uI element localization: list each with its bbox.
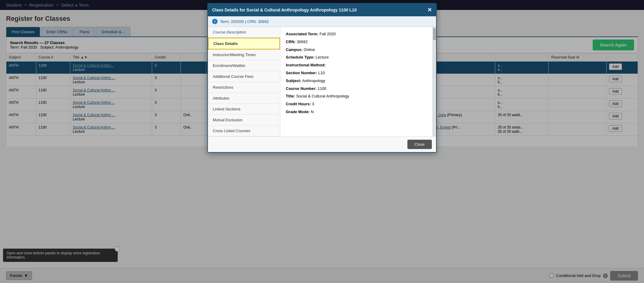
modal-footer: Close — [208, 136, 436, 152]
detail-credit-hours: Credit Hours: 3 — [286, 101, 427, 107]
nav-item-attributes[interactable]: Attributes — [208, 93, 280, 104]
nav-item-course-description[interactable]: Course Description — [208, 27, 280, 38]
detail-course-number: Course Number: 1100 — [286, 86, 427, 92]
nav-item-mutual-exclusion[interactable]: Mutual Exclusion — [208, 115, 280, 126]
modal-nav: Course Description Class Details Instruc… — [208, 27, 280, 136]
nav-item-restrictions[interactable]: Restrictions — [208, 82, 280, 93]
detail-subject: Subject: Anthropology — [286, 78, 427, 84]
detail-instructional-method: Instructional Method: — [286, 62, 427, 68]
nav-item-instructor-meeting[interactable]: Instructor/Meeting Times — [208, 49, 280, 60]
modal-scrollbar[interactable] — [432, 27, 436, 136]
modal-term-bar: i Term: 202030 | CRN: 30692 — [208, 16, 436, 27]
modal-close-button[interactable]: Close — [407, 140, 432, 149]
nav-item-additional-fees[interactable]: Additional Course Fees — [208, 71, 280, 82]
modal-title: Class Details for Social & Cultural Anth… — [212, 8, 357, 12]
modal-close-x-button[interactable]: ✕ — [427, 7, 432, 13]
modal-header: Class Details for Social & Cultural Anth… — [208, 4, 436, 16]
nav-item-class-details[interactable]: Class Details — [208, 38, 280, 49]
modal-overlay: Class Details for Social & Cultural Anth… — [0, 0, 644, 283]
detail-title: Title: Social & Cultural Anthropology — [286, 93, 427, 100]
modal-body: Course Description Class Details Instruc… — [208, 27, 436, 136]
detail-grade-mode: Grade Mode: N — [286, 109, 427, 115]
info-icon: i — [212, 19, 218, 24]
class-details-modal: Class Details for Social & Cultural Anth… — [207, 3, 437, 153]
detail-campus: Campus: Online — [286, 47, 427, 53]
detail-associated-term: Associated Term: Fall 2020 — [286, 31, 427, 37]
detail-crn: CRN: 30692 — [286, 39, 427, 45]
modal-term-label: Term: 202030 | CRN: 30692 — [220, 19, 269, 24]
nav-item-linked-sections[interactable]: Linked Sections — [208, 104, 280, 115]
modal-detail-content: Associated Term: Fall 2020 CRN: 30692 Ca… — [280, 27, 432, 136]
detail-schedule-type: Schedule Type: Lecture — [286, 54, 427, 61]
modal-scrollbar-thumb — [433, 28, 436, 40]
detail-section-number: Section Number: L10 — [286, 70, 427, 76]
page-background: Student • Registration • Select a Term R… — [0, 0, 644, 283]
nav-item-enrollment-waitlist[interactable]: Enrollment/Waitlist — [208, 60, 280, 71]
nav-item-cross-listed[interactable]: Cross Listed Courses — [208, 126, 280, 136]
